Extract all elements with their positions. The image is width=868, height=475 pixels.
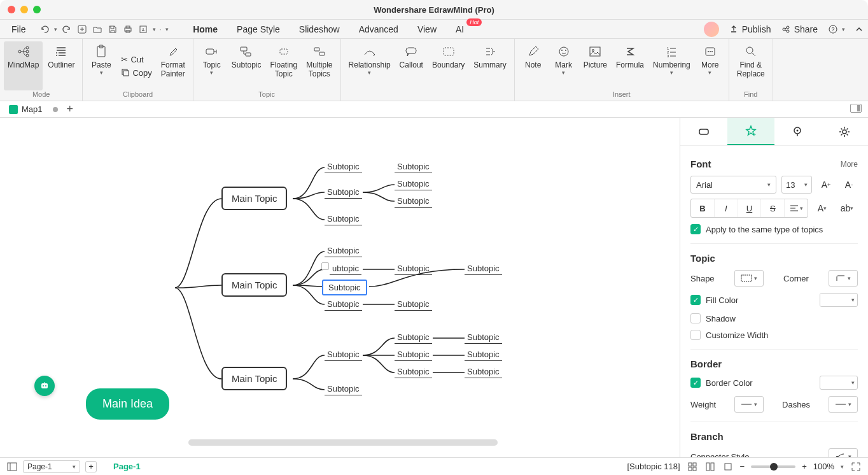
doc-tab-map1[interactable]: Map1 <box>4 104 48 114</box>
root-node[interactable]: Main Idea <box>86 388 169 420</box>
border-color-swatch[interactable]: ▾ <box>820 376 858 390</box>
formula-button[interactable]: Formula <box>612 41 648 90</box>
main-topic-node[interactable]: Main Topic <box>221 367 287 390</box>
subtopic-node[interactable]: Subtopic <box>395 332 432 344</box>
print-icon[interactable] <box>122 24 134 35</box>
shadow-checkbox[interactable] <box>690 313 701 323</box>
increase-font-button[interactable]: A+ <box>817 176 835 194</box>
font-color-button[interactable]: A▾ <box>813 199 831 217</box>
subtopic-node[interactable]: Subtopic <box>395 366 432 378</box>
align-button[interactable]: ▾ <box>785 199 808 217</box>
panel-tab-map[interactable] <box>774 118 822 145</box>
tab-slideshow[interactable]: Slideshow <box>290 21 349 38</box>
outline-view-icon[interactable] <box>6 461 18 472</box>
picture-button[interactable]: Picture <box>580 41 611 90</box>
subtopic-node[interactable]: Subtopic <box>325 349 362 361</box>
ai-assistant-fab[interactable] <box>34 376 55 396</box>
summary-button[interactable]: Summary <box>470 41 510 90</box>
zoom-dropdown[interactable]: ▾ <box>841 464 844 470</box>
main-topic-node[interactable]: Main Topic <box>221 187 287 210</box>
qat-customize[interactable]: ▾ <box>165 26 169 32</box>
publish-button[interactable]: Publish <box>729 24 771 34</box>
subtopic-node[interactable]: Subtopic <box>325 213 362 225</box>
subtopic-node[interactable]: Subtopic <box>395 349 432 361</box>
export-icon[interactable] <box>137 24 149 35</box>
subtopic-button[interactable]: Subtopic <box>228 41 265 90</box>
border-color-checkbox[interactable]: ✓ <box>690 378 701 388</box>
page-tab[interactable]: Page-1 <box>113 462 141 471</box>
strikethrough-button[interactable]: S <box>761 199 785 217</box>
fill-color-swatch[interactable]: ▾ <box>820 293 858 307</box>
main-topic-node[interactable]: Main Topic <box>221 273 287 297</box>
subtopic-node[interactable]: Subtopic <box>325 187 362 199</box>
collapse-handle[interactable] <box>321 262 329 270</box>
subtopic-node[interactable]: Subtopic <box>465 366 502 378</box>
undo-icon[interactable] <box>39 24 50 35</box>
font-more-link[interactable]: More <box>841 160 858 169</box>
format-painter-button[interactable]: Format Painter <box>157 41 189 90</box>
shape-select[interactable]: ▾ <box>734 270 764 287</box>
weight-select[interactable]: ▾ <box>734 396 764 413</box>
share-button[interactable]: Share <box>781 24 818 34</box>
layout-grid-icon[interactable] <box>687 461 698 472</box>
new-icon[interactable] <box>76 24 88 35</box>
tab-home[interactable]: Home <box>184 21 227 38</box>
panel-tab-style[interactable] <box>727 118 774 145</box>
subtopic-node[interactable]: Subtopic <box>325 299 362 311</box>
underline-button[interactable]: U <box>738 199 762 217</box>
italic-button[interactable]: I <box>715 199 738 217</box>
boundary-button[interactable]: Boundary <box>428 41 468 90</box>
highlight-button[interactable]: ab▾ <box>836 199 858 217</box>
subtopic-node-selected[interactable]: Subtopic <box>322 280 367 295</box>
outliner-mode-button[interactable]: Outliner <box>44 41 78 90</box>
decrease-font-button[interactable]: A- <box>840 176 858 194</box>
subtopic-node[interactable]: Subtopic <box>325 383 362 395</box>
subtopic-node[interactable]: Subtopic <box>395 263 432 275</box>
subtopic-node[interactable]: Subtopic <box>325 245 362 257</box>
callout-button[interactable]: Callout <box>396 41 427 90</box>
add-page-button[interactable]: + <box>85 461 97 472</box>
multiple-topics-button[interactable]: Multiple Topics <box>302 41 336 90</box>
apply-same-type-checkbox[interactable]: ✓ <box>690 224 701 234</box>
zoom-slider[interactable] <box>751 465 795 468</box>
maximize-window-icon[interactable] <box>33 6 41 13</box>
canvas[interactable]: Main Idea Main Topic Main Topic Main Top… <box>0 118 680 457</box>
dashes-select[interactable]: ▾ <box>829 396 858 413</box>
paste-button[interactable]: Paste▾ <box>87 41 116 90</box>
tab-advanced[interactable]: Advanced <box>350 21 407 38</box>
subtopic-node[interactable]: Subtopic <box>325 161 362 173</box>
connector-style-select[interactable]: ▾ <box>829 448 858 457</box>
copy-button[interactable]: Copy <box>117 67 155 79</box>
relationship-button[interactable]: Relationship▾ <box>345 41 395 90</box>
subtopic-node[interactable]: Subtopic <box>395 195 432 208</box>
font-size-input[interactable]: 13▾ <box>781 176 812 194</box>
bold-button[interactable]: B <box>691 199 715 217</box>
subtopic-node[interactable]: Subtopic <box>465 332 502 344</box>
mark-button[interactable]: Mark▾ <box>549 41 578 90</box>
note-button[interactable]: Note <box>519 41 548 90</box>
tab-view[interactable]: View <box>409 21 445 38</box>
user-avatar[interactable] <box>704 22 719 37</box>
layout-cols-icon[interactable] <box>704 461 716 472</box>
undo-dropdown[interactable]: ▾ <box>54 26 57 32</box>
zoom-out-button[interactable]: − <box>740 462 745 471</box>
export-dropdown[interactable]: ▾ <box>153 26 156 32</box>
close-window-icon[interactable] <box>8 6 15 13</box>
fill-color-checkbox[interactable]: ✓ <box>690 295 701 305</box>
fit-page-icon[interactable] <box>722 461 734 472</box>
subtopic-node[interactable]: Subtopic <box>465 263 502 275</box>
minimize-window-icon[interactable] <box>20 6 28 13</box>
subtopic-node[interactable]: Subtopic <box>395 299 432 311</box>
find-replace-button[interactable]: Find & Replace <box>733 41 769 90</box>
floating-topic-button[interactable]: Floating Topic <box>266 41 301 90</box>
help-button[interactable]: ?▾ <box>828 24 845 34</box>
open-icon[interactable] <box>92 24 103 35</box>
mindmap-mode-button[interactable]: MindMap <box>4 41 43 90</box>
subtopic-node[interactable]: Subtopic <box>395 178 432 190</box>
collapse-ribbon-icon[interactable] <box>855 25 863 33</box>
subtopic-node[interactable]: Subtopic <box>395 161 432 173</box>
customize-width-checkbox[interactable] <box>690 330 701 340</box>
fullscreen-icon[interactable] <box>850 461 862 472</box>
panel-tab-topic[interactable] <box>680 118 727 145</box>
horizontal-scrollbar[interactable] <box>188 439 498 446</box>
